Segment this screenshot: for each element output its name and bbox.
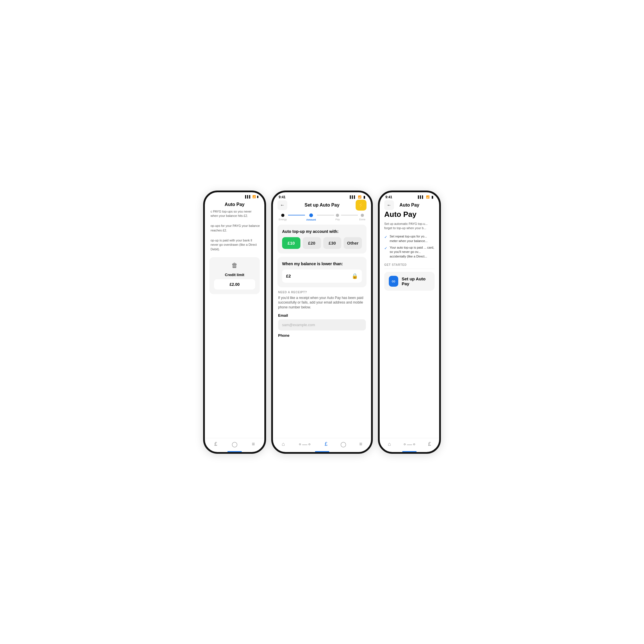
- right-phone: 9:41 ▌▌▌ 📶 ▮ ← Auto Pay Auto Pay Set up …: [378, 191, 441, 454]
- autopay-title: Auto Pay: [384, 210, 435, 219]
- phone-label: Phone: [278, 333, 366, 338]
- center-status-bar: 9:41 ▌▌▌ 📶 ▮: [273, 192, 371, 200]
- topup-card: Auto top-up my account with: £10 £20 £30…: [278, 225, 366, 253]
- center-phone: 9:41 ▌▌▌ 📶 ▮ ← Set up Auto Pay ⚡ Energy: [271, 191, 373, 454]
- right-bottom-nav: ⌂ ⚬―⚬ £: [380, 438, 439, 452]
- email-label: Email: [278, 313, 366, 318]
- balance-card: When my balance is lower than: £2 🔒: [278, 257, 366, 287]
- receipt-label: NEED A RECEIPT?: [278, 291, 366, 294]
- right-nav-home[interactable]: ⌂: [388, 441, 391, 447]
- center-battery-icon: ▮: [363, 195, 365, 199]
- amount-options: £10 £20 £30 Other: [282, 237, 362, 249]
- center-nav-indicator: [315, 451, 329, 452]
- step-energy-label: Energy: [279, 218, 287, 221]
- right-signal-icon: ▌▌▌: [418, 195, 424, 199]
- feature-item-1: ✓ Set repeat top-ups for yo... meter whe…: [384, 234, 435, 243]
- left-nav-menu[interactable]: ≡: [252, 441, 255, 447]
- step-energy: Energy: [279, 214, 287, 221]
- center-stepper: Energy Amount Pay Done: [273, 210, 371, 222]
- left-desc-2: op-ups for your PAYG your balance reache…: [209, 224, 260, 233]
- center-menu-icon: ≡: [359, 441, 362, 447]
- left-nav-help[interactable]: ◯: [232, 441, 237, 447]
- check-icon-2: ✓: [384, 246, 387, 251]
- center-billing-icon: £: [325, 441, 328, 447]
- amount-btn-30[interactable]: £30: [323, 237, 342, 249]
- center-nav-home[interactable]: ⌂: [282, 441, 285, 447]
- lightning-icon: ⚡: [358, 202, 364, 208]
- right-nav-activity[interactable]: ⚬―⚬: [403, 441, 416, 447]
- left-status-bar: 9:41 ▌▌▌ 📶 ▮: [205, 192, 264, 200]
- step-pay-label: Pay: [335, 218, 340, 221]
- step-amount-dot: [309, 213, 313, 217]
- right-nav-title: Auto Pay: [399, 203, 419, 208]
- step-done-label: Done: [359, 218, 365, 221]
- left-bottom-nav-wrapper: £ ◯ ≡: [205, 438, 264, 452]
- center-nav-activity[interactable]: ⚬―⚬: [298, 441, 312, 447]
- feature-item-2: ✓ Your auto top-up is paid ... card, so …: [384, 245, 435, 259]
- center-status-icons: ▌▌▌ 📶 ▮: [350, 195, 365, 199]
- center-nav-help[interactable]: ◯: [340, 441, 346, 447]
- back-arrow-icon: ←: [280, 203, 285, 208]
- center-signal-icon: ▌▌▌: [350, 195, 356, 199]
- left-nav-indicator: [227, 451, 242, 452]
- credit-label: Credit limit: [214, 273, 255, 277]
- battery-icon: ▮: [257, 195, 259, 198]
- autopay-btn-icon: ∞: [389, 276, 398, 287]
- center-nav-billing[interactable]: £: [325, 441, 328, 447]
- right-bottom-nav-wrapper: ⌂ ⚬―⚬ £: [380, 438, 439, 452]
- right-home-icon: ⌂: [388, 441, 391, 447]
- step-amount-label: Amount: [306, 218, 316, 221]
- left-status-icons: ▌▌▌ 📶 ▮: [245, 195, 259, 198]
- lock-icon: 🔒: [352, 273, 358, 279]
- balance-card-title: When my balance is lower than:: [282, 261, 362, 266]
- home-icon: ⌂: [282, 441, 285, 447]
- right-status-icons: ▌▌▌ 📶 ▮: [418, 195, 433, 199]
- email-input[interactable]: sam@example.com: [278, 319, 366, 330]
- help-icon: ◯: [232, 441, 237, 447]
- feature-list: ✓ Set repeat top-ups for yo... meter whe…: [384, 234, 435, 259]
- amount-btn-other[interactable]: Other: [344, 237, 362, 249]
- left-nav-title: Auto Pay: [225, 202, 244, 207]
- right-wifi-icon: 📶: [426, 195, 429, 199]
- center-nav-bar: ← Set up Auto Pay ⚡: [273, 200, 371, 210]
- wifi-icon: 📶: [252, 195, 256, 198]
- step-energy-dot: [281, 214, 284, 217]
- left-desc-3: op-up is paid with your bank ll never go…: [209, 238, 260, 251]
- left-nav-billing[interactable]: £: [214, 441, 217, 447]
- divider: [384, 269, 435, 269]
- step-pay-dot: [336, 214, 339, 217]
- step-line-2: [317, 215, 334, 215]
- setup-autopay-button[interactable]: ∞ Set up Auto Pay: [384, 272, 435, 291]
- infinity-icon: ∞: [392, 278, 395, 284]
- right-back-arrow-icon: ←: [387, 203, 391, 208]
- right-nav-indicator: [402, 451, 417, 452]
- right-nav-billing[interactable]: £: [428, 441, 431, 447]
- step-done: Done: [359, 214, 365, 221]
- center-wifi-icon: 📶: [358, 195, 361, 199]
- credit-value: £2.00: [214, 279, 255, 290]
- left-desc-1: c PAYG top-ups so you never when your ba…: [209, 209, 260, 218]
- left-nav-bar: Auto Pay: [205, 200, 264, 209]
- right-back-button[interactable]: ←: [384, 200, 394, 210]
- signal-icon: ▌▌▌: [245, 195, 251, 198]
- receipt-section: NEED A RECEIPT? If you'd like a receipt …: [278, 291, 366, 338]
- amount-btn-10[interactable]: £10: [282, 237, 300, 249]
- scene: 9:41 ▌▌▌ 📶 ▮ Auto Pay c PAYG top-ups so …: [171, 171, 474, 474]
- step-amount: Amount: [306, 213, 316, 221]
- amount-btn-20[interactable]: £20: [303, 237, 321, 249]
- trash-icon: 🗑: [231, 262, 238, 269]
- center-back-button[interactable]: ←: [278, 200, 287, 210]
- activity-icon: ⚬―⚬: [298, 441, 312, 447]
- billing-icon: £: [214, 441, 217, 447]
- credit-limit-section: 🗑 Credit limit £2.00: [209, 257, 260, 294]
- center-bottom-nav: ⌂ ⚬―⚬ £ ◯ ≡: [273, 438, 371, 452]
- right-activity-icon: ⚬―⚬: [403, 441, 416, 447]
- receipt-desc: If you'd like a receipt when your Auto P…: [278, 296, 366, 310]
- feature-text-2: Your auto top-up is paid ... card, so yo…: [390, 245, 435, 259]
- center-nav-menu[interactable]: ≡: [359, 441, 362, 447]
- check-icon-1: ✓: [384, 235, 387, 240]
- center-content: Auto top-up my account with: £10 £20 £30…: [273, 222, 371, 438]
- feature-text-1: Set repeat top-ups for yo... meter when …: [390, 234, 435, 243]
- center-bottom-nav-wrapper: ⌂ ⚬―⚬ £ ◯ ≡: [273, 438, 371, 452]
- center-action-button[interactable]: ⚡: [356, 200, 366, 211]
